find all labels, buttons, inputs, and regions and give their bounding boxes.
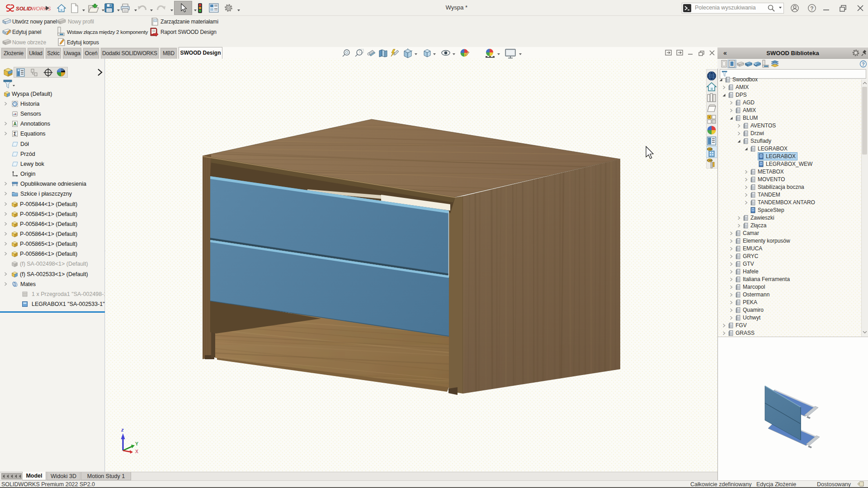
svg-text:?: ? (862, 61, 864, 67)
svg-text:Y: Y (135, 441, 138, 446)
svg-text:Σ: Σ (14, 131, 17, 136)
svg-text:CAD: CAD (707, 159, 712, 162)
svg-text:z: z (121, 427, 124, 432)
svg-text:CAD: CAD (707, 148, 712, 150)
svg-text:A: A (13, 122, 16, 127)
svg-text:?: ? (810, 5, 813, 12)
svg-text:X: X (135, 449, 138, 454)
svg-text:SOLID: SOLID (16, 6, 32, 11)
